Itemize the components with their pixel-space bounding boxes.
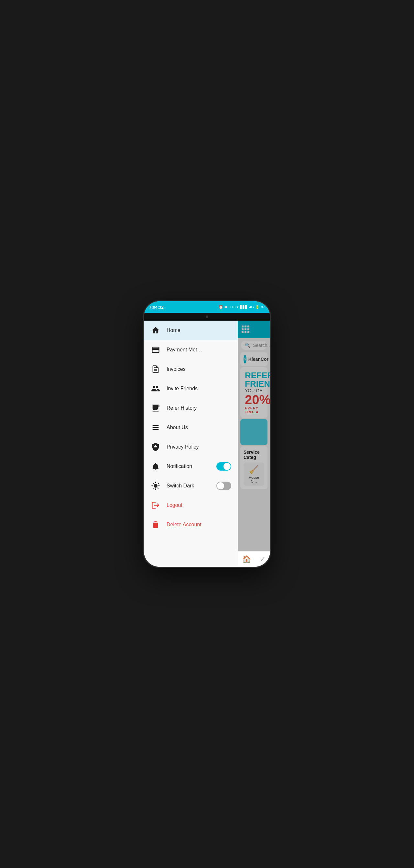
battery-icon: 🔋 (255, 305, 260, 309)
refer-icon (150, 404, 161, 413)
camera-dot (206, 315, 208, 318)
bottom-home-icon[interactable]: 🏠 (242, 555, 251, 563)
sidebar-label-payment: Payment Met… (167, 347, 231, 353)
screen: Home Payment Met… Invoices (144, 321, 270, 567)
sidebar-label-delete: Delete Account (167, 522, 231, 528)
camera-bar (144, 313, 270, 321)
bottom-check-icon[interactable]: ✓ (260, 555, 266, 563)
sidebar-item-privacy[interactable]: Privacy Policy (144, 437, 238, 457)
signal-icon: ▋▋▋ (240, 305, 248, 309)
sidebar-item-dark[interactable]: Switch Dark (144, 476, 238, 496)
sidebar-item-notification[interactable]: Notification (144, 457, 238, 476)
sidebar-item-logout[interactable]: Logout (144, 496, 238, 515)
sidebar-label-refer: Refer History (167, 405, 231, 411)
sidebar-label-dark: Switch Dark (167, 483, 211, 489)
sidebar-item-home[interactable]: Home (144, 321, 238, 340)
phone-frame: 7:04:32 ⏰ ✱ 0.18 ▾ ▋▋▋ 4G 🔋 87 (144, 301, 270, 567)
sidebar-label-about: About Us (167, 425, 231, 430)
invoice-icon (150, 365, 161, 374)
bluetooth-icon: ✱ (225, 305, 228, 309)
drawer-overlay[interactable] (238, 321, 270, 567)
status-bar: 7:04:32 ⏰ ✱ 0.18 ▾ ▋▋▋ 4G 🔋 87 (144, 301, 270, 313)
privacy-icon (150, 442, 161, 452)
sidebar-drawer: Home Payment Met… Invoices (144, 321, 238, 567)
logout-icon (150, 501, 161, 510)
sidebar-label-invoices: Invoices (167, 366, 231, 372)
sidebar-item-invite[interactable]: Invite Friends (144, 379, 238, 398)
invite-icon (150, 384, 161, 393)
status-icons: ⏰ ✱ 0.18 ▾ ▋▋▋ 4G 🔋 87 (219, 305, 265, 309)
sidebar-item-delete[interactable]: Delete Account (144, 515, 238, 534)
delete-icon (150, 520, 161, 529)
dark-mode-icon (150, 481, 161, 490)
notification-toggle[interactable] (216, 462, 231, 471)
dark-mode-toggle-knob (217, 482, 224, 489)
sidebar-label-logout: Logout (167, 502, 231, 508)
phone-inner: 7:04:32 ⏰ ✱ 0.18 ▾ ▋▋▋ 4G 🔋 87 (144, 301, 270, 567)
dark-mode-toggle[interactable] (216, 482, 231, 490)
about-icon (150, 423, 161, 432)
sidebar-item-about[interactable]: About Us (144, 418, 238, 437)
notification-icon (150, 462, 161, 471)
payment-icon (150, 345, 161, 354)
home-icon (150, 326, 161, 335)
wifi-icon: ▾ (237, 305, 239, 309)
sidebar-label-privacy: Privacy Policy (167, 444, 231, 450)
sidebar-item-refer[interactable]: Refer History (144, 398, 238, 418)
sidebar-label-home: Home (167, 328, 231, 333)
status-time: 7:04:32 (149, 305, 164, 310)
data-speed: 0.18 (229, 305, 236, 309)
sidebar-item-invoices[interactable]: Invoices (144, 360, 238, 379)
battery-level: 87 (261, 305, 265, 309)
sidebar-label-notification: Notification (167, 463, 211, 469)
notification-toggle-knob (223, 463, 231, 470)
bottom-nav: 🏠 ✓ (238, 551, 270, 567)
alarm-icon: ⏰ (219, 305, 223, 309)
sidebar-item-payment[interactable]: Payment Met… (144, 340, 238, 360)
sidebar-label-invite: Invite Friends (167, 386, 231, 392)
network-icon: 4G (249, 305, 254, 309)
